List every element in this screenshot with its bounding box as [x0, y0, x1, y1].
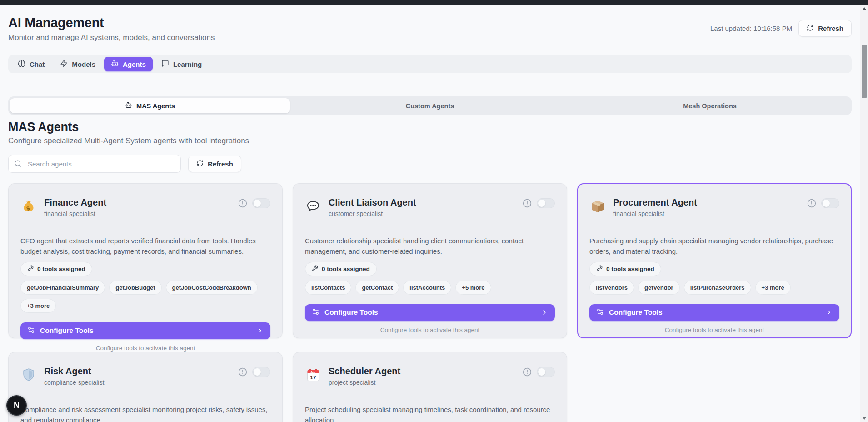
search-input[interactable]	[8, 155, 181, 173]
configure-tools-label: Configure Tools	[40, 327, 94, 335]
svg-text:July: July	[310, 371, 316, 373]
calendar-icon: July 17	[305, 367, 321, 383]
money-bag-icon: $	[20, 198, 37, 215]
info-icon[interactable]	[807, 199, 816, 208]
subtab-mesh-operations[interactable]: Mesh Operations	[570, 98, 850, 113]
page-title: AI Management	[8, 15, 215, 30]
configure-tools-label: Configure Tools	[609, 308, 663, 316]
subtab-custom-agents[interactable]: Custom Agents	[290, 98, 570, 113]
last-updated-text: Last updated: 10:16:58 PM	[710, 25, 792, 32]
info-icon[interactable]	[238, 199, 247, 208]
wrench-icon	[312, 265, 318, 273]
tab-label: Learning	[173, 60, 202, 68]
agent-name: Procurement Agent	[613, 197, 697, 208]
agents-subtabbar: MAS Agents Custom Agents Mesh Operations	[8, 96, 852, 115]
agent-description: Project scheduling specialist managing t…	[305, 404, 555, 422]
agents-grid: $ Finance Agent financial specialist CFO…	[8, 183, 852, 422]
agent-enable-toggle[interactable]	[821, 198, 839, 208]
tools-assigned-label: 0 tools assigned	[37, 266, 85, 272]
tools-assigned-label: 0 tools assigned	[606, 266, 654, 272]
tools-assigned-label: 0 tools assigned	[322, 266, 370, 272]
tools-assigned-badge: 0 tools assigned	[20, 262, 92, 276]
subtab-label: Custom Agents	[406, 102, 454, 110]
tool-tag: getJobFinancialSummary	[20, 281, 105, 295]
refresh-button-label: Refresh	[818, 25, 843, 32]
card-footer-hint: Configure tools to activate this agent	[20, 345, 270, 352]
tab-models[interactable]: Models	[53, 57, 102, 71]
page-header: AI Management Monitor and manage AI syst…	[8, 15, 852, 42]
agent-card-finance: $ Finance Agent financial specialist CFO…	[8, 183, 283, 338]
agent-enable-toggle[interactable]	[252, 367, 270, 377]
tab-label: Models	[72, 60, 95, 68]
tool-tags: listContacts getContact listAccounts +5 …	[305, 281, 555, 295]
agent-role: financial specialist	[613, 210, 697, 217]
scrollbar-up-arrow[interactable]	[862, 7, 867, 10]
package-icon	[589, 198, 606, 215]
tab-label: Agents	[123, 60, 146, 68]
subtab-label: MAS Agents	[136, 102, 175, 110]
page-subtitle: Monitor and manage AI systems, models, a…	[8, 33, 215, 42]
agent-enable-toggle[interactable]	[537, 198, 555, 208]
tool-tag: listPurchaseOrders	[684, 281, 751, 295]
agent-description: Compliance and risk assessment specialis…	[20, 404, 270, 422]
more-tools-tag: +5 more	[455, 281, 491, 295]
agent-name: Risk Agent	[44, 366, 104, 377]
tab-chat[interactable]: Chat	[11, 57, 51, 71]
refresh-button[interactable]: Refresh	[798, 20, 852, 37]
agent-card-procurement: Procurement Agent financial specialist P…	[577, 183, 852, 338]
tab-agents[interactable]: Agents	[104, 57, 153, 71]
agent-description: Customer relationship specialist handlin…	[305, 236, 555, 257]
agent-role: financial specialist	[44, 210, 106, 217]
subtab-mas-agents[interactable]: MAS Agents	[10, 98, 290, 113]
scrollbar-down-arrow[interactable]	[862, 417, 867, 420]
wrench-icon	[27, 265, 34, 273]
agent-role: compliance specialist	[44, 379, 104, 386]
configure-tools-button[interactable]: Configure Tools	[20, 322, 270, 339]
agent-description: CFO agent that extracts and reports veri…	[20, 236, 270, 257]
sliders-icon	[27, 326, 35, 336]
agent-enable-toggle[interactable]	[537, 367, 555, 377]
zap-icon	[60, 60, 68, 69]
section-title: MAS Agents	[8, 120, 852, 134]
tool-tag: listContacts	[305, 281, 351, 295]
bot-icon	[111, 60, 119, 69]
configure-tools-button[interactable]: Configure Tools	[589, 304, 839, 321]
info-icon[interactable]	[523, 367, 532, 377]
tab-learning[interactable]: Learning	[155, 57, 209, 71]
tab-label: Chat	[30, 60, 45, 68]
agent-card-scheduler: July 17 Scheduler Agent project speciali…	[293, 352, 567, 422]
tools-assigned-badge: 0 tools assigned	[305, 262, 377, 276]
chevron-right-icon	[256, 327, 264, 334]
bot-icon	[125, 101, 132, 110]
dev-badge[interactable]: N	[6, 395, 27, 416]
main-content: AI Management Monitor and manage AI syst…	[8, 0, 852, 422]
agent-enable-toggle[interactable]	[252, 198, 270, 208]
section-subtitle: Configure specialized Multi-Agent System…	[8, 136, 852, 146]
info-icon[interactable]	[238, 367, 247, 377]
wrench-icon	[596, 265, 603, 273]
sliders-icon	[312, 308, 319, 317]
info-icon[interactable]	[523, 199, 532, 208]
window-top-bar	[0, 0, 868, 5]
speech-bubble-icon	[305, 198, 321, 215]
scrollbar-thumb[interactable]	[862, 45, 867, 98]
agents-toolbar: Refresh	[8, 155, 852, 173]
agents-refresh-button[interactable]: Refresh	[188, 156, 241, 172]
divider	[8, 83, 860, 83]
main-tabbar: Chat Models Agents Learning	[8, 55, 852, 73]
message-square-icon	[161, 60, 169, 69]
agent-role: customer specialist	[329, 210, 416, 217]
tool-tag: getContact	[355, 281, 399, 295]
scrollbar[interactable]	[860, 5, 868, 422]
chevron-right-icon	[825, 309, 833, 316]
sliders-icon	[596, 308, 604, 317]
refresh-button-label: Refresh	[208, 160, 233, 168]
agent-card-risk: Risk Agent compliance specialist Complia…	[8, 352, 283, 422]
agent-description: Purchasing and supply chain specialist m…	[589, 236, 839, 257]
dev-badge-label: N	[14, 401, 20, 410]
card-footer-hint: Configure tools to activate this agent	[589, 327, 839, 333]
card-footer-hint: Configure tools to activate this agent	[305, 327, 555, 333]
svg-text:17: 17	[310, 375, 316, 380]
configure-tools-button[interactable]: Configure Tools	[305, 304, 555, 321]
refresh-icon	[196, 160, 204, 168]
